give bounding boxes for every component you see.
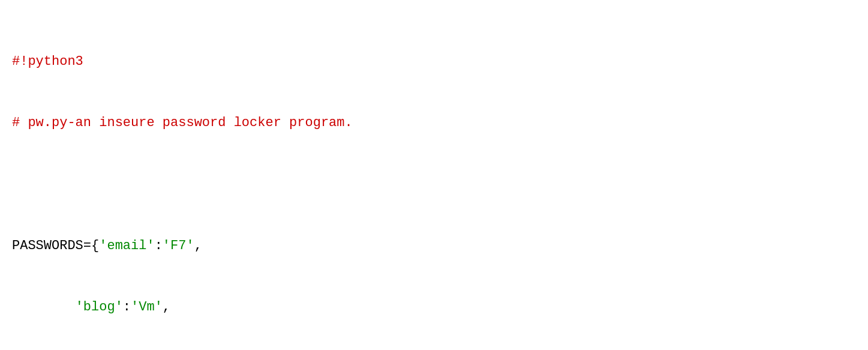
line-passwords-open: PASSWORDS={'email':'F7', [12, 236, 856, 256]
colon1: : [155, 238, 163, 253]
line-blank [12, 175, 856, 195]
line-comment: # pw.py-an inseure password locker progr… [12, 113, 856, 133]
key-email: 'email' [99, 238, 154, 253]
code-editor: #!python3 # pw.py-an inseure password lo… [12, 11, 856, 350]
shebang: #!python3 [12, 54, 83, 69]
comma2: , [163, 300, 170, 315]
passwords-dict-open: PASSWORDS={ [12, 238, 99, 253]
comma1: , [194, 238, 202, 253]
comment: # pw.py-an inseure password locker progr… [12, 115, 353, 130]
indent1 [12, 300, 76, 315]
line-blog: 'blog':'Vm', [12, 297, 856, 318]
colon2: : [123, 300, 131, 315]
val-blog: 'Vm' [131, 300, 163, 315]
val-email: 'F7' [163, 238, 194, 253]
key-blog: 'blog' [76, 300, 123, 315]
line-shebang: #!python3 [12, 52, 856, 72]
